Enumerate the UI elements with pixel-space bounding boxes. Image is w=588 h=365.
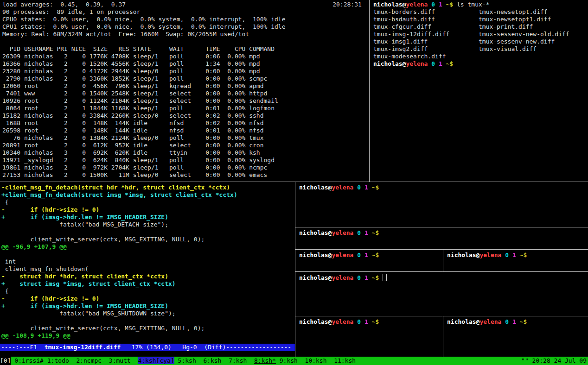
text-run: client_write_server(cctx, MSG_EXITING, N…	[1, 236, 205, 243]
text-run	[368, 184, 372, 191]
terminal-line: 7401 www 2 0 1540K 2548K sleep/1 select …	[2, 90, 371, 97]
window-list: 0:irssi# 1:todo 2:ncmpc- 3:mutt 4:ksh[cy…	[11, 357, 356, 365]
text-run: 1	[364, 252, 368, 258]
window-tab-current[interactable]: 8:ksh*	[254, 357, 276, 364]
terminal-line: {	[1, 288, 295, 295]
text-run: {	[1, 288, 9, 295]
window-tab[interactable]: 1:todo	[47, 357, 77, 364]
top-process-pane[interactable]: load averages: 0.45, 0.39, 0.37 20:28:31…	[0, 0, 371, 182]
terminal-line: {	[1, 199, 295, 206]
terminal-line: -client_msg_fn_detach(struct hdr *hdr, s…	[1, 184, 295, 191]
text-run: nicholas@	[447, 252, 479, 258]
window-tab[interactable]: 4:ksh[cya]	[138, 357, 174, 364]
terminal-line: CPU0 states: 0.0% user, 0.0% nice, 0.0% …	[2, 16, 371, 23]
terminal-line: tmux-bsdauth.diff tmux-newsetopt1.diff	[373, 16, 588, 23]
window-tab[interactable]: 10:ksh	[305, 357, 334, 364]
text-run: @@ -108,9 +119,9 @@	[1, 332, 70, 339]
separator	[174, 357, 178, 364]
text-run: yelena	[479, 252, 501, 258]
text-run: yelena	[332, 318, 353, 325]
terminal-line: nicholas@yelena 0 1 ~$	[299, 229, 588, 237]
text-run: ~$	[520, 252, 527, 258]
tmux-status-bar: [0] 0:irssi# 1:todo 2:ncmpc- 3:mutt 4:ks…	[0, 357, 588, 365]
window-tab[interactable]: 7:ksh	[229, 357, 254, 364]
text-run: ~$	[446, 1, 454, 8]
text-run	[361, 184, 364, 191]
text-run: +client_msg_fn_detach(struct imsg *imsg,…	[1, 191, 237, 198]
terminal-line: nicholas@yelena 0 1 ~$	[447, 252, 588, 259]
text-run: yelena	[332, 274, 353, 281]
text-run: ~$	[372, 229, 379, 236]
text-run	[442, 1, 446, 8]
text-run: 7401 www 2 0 1540K 2548K sleep/1 select …	[2, 90, 267, 97]
text-run: yelena	[406, 1, 428, 8]
terminal-line: 90 processes: 89 idle, 1 on processor	[2, 8, 371, 16]
terminal-line: tmux-imsg1.diff tmux-sessenv-new.diff	[373, 38, 588, 45]
text-run: tmux-imsg2.diff tmux-visual.diff	[373, 45, 537, 52]
terminal-line: 1688 root 2 0 148K 144K idle nfsd 0:02 0…	[2, 120, 371, 127]
terminal-line: nicholas@yelena 0 1 ~$	[299, 252, 447, 259]
text-run: fatalx("bad MSG_SHUTDOWN size");	[1, 310, 176, 317]
window-tab[interactable]: 2:ncmpc-	[76, 357, 109, 364]
emacs-pane[interactable]: -client_msg_fn_detach(struct hdr *hdr, s…	[0, 182, 295, 359]
shell-pane-1[interactable]: nicholas@yelena 0 1 ~$	[295, 182, 588, 229]
text-run: + struct imsg *imsg, struct client_ctx *…	[1, 280, 176, 287]
text-run: PID USERNAME PRI NICE SIZE RES STATE WAI…	[2, 45, 275, 52]
text-run: 17% (134,0) Hg-0 (Diff)-----------------…	[121, 344, 291, 351]
terminal-line: nicholas@yelena 0 1 ~$	[299, 184, 588, 191]
text-run	[368, 229, 372, 236]
text-run: nicholas@	[299, 318, 332, 325]
window-tab[interactable]: 6:ksh	[203, 357, 229, 364]
text-run: 0	[431, 60, 435, 67]
terminal-line: 19861 nicholas 2 0 972K 2704K sleep/1 po…	[2, 164, 371, 171]
text-run	[516, 318, 520, 325]
status-right-clock: "" 20:28 24-Jul-09	[521, 357, 588, 365]
terminal-line: 10340 nicholas 3 0 692K 620K idle ttyin …	[2, 149, 371, 157]
text-run: ~$	[372, 274, 379, 281]
text-run	[435, 1, 439, 8]
window-tab[interactable]: 5:ksh	[178, 357, 204, 364]
shell-pane-4-active[interactable]: nicholas@yelena 0 1 ~$	[295, 272, 588, 318]
text-run: nicholas@	[447, 318, 479, 325]
text-run: 90 processes: 89 idle, 1 on processor	[2, 8, 140, 15]
shell-pane-2[interactable]: nicholas@yelena 0 1 ~$	[295, 227, 588, 251]
shell-pane-5-right[interactable]: nicholas@yelena 0 1 ~$	[443, 316, 588, 359]
text-run: CPU0 states: 0.0% user, 0.0% nice, 0.0% …	[2, 16, 285, 23]
text-run: 10340 nicholas 3 0 692K 620K idle ttyin …	[2, 149, 260, 156]
text-run: ~$	[446, 60, 454, 67]
session-indicator: [0]	[0, 357, 11, 365]
text-run: tmux-imsg1.diff tmux-sessenv-new.diff	[373, 38, 555, 45]
text-run: tmux-modesearch.diff	[373, 53, 446, 60]
text-run: ~$	[372, 318, 379, 325]
terminal-cursor	[383, 274, 387, 281]
text-run: 1	[364, 184, 368, 191]
terminal-line: +client_msg_fn_detach(struct imsg *imsg,…	[1, 191, 295, 199]
terminal-line: 16366 nicholas 2 0 1520K 4556K sleep/1 p…	[2, 60, 371, 68]
text-run: ~$	[520, 318, 527, 325]
shell-pane-3-right[interactable]: nicholas@yelena 0 1 ~$	[443, 250, 588, 273]
text-run: 12060 root 2 0 456K 796K sleep/1 kqread …	[2, 82, 264, 89]
text-run	[361, 274, 364, 281]
text-run: 16366 nicholas 2 0 1520K 4556K sleep/1 p…	[2, 60, 260, 67]
terminal-line: tmux-imsg2.diff tmux-visual.diff	[373, 45, 588, 53]
terminal-line: 26598 root 2 0 148K 144K idle nfsd 0:01 …	[2, 127, 371, 134]
text-run: - struct hdr *hdr, struct client_ctx *cc…	[1, 273, 168, 280]
text-run	[361, 318, 364, 325]
shell-pane-5-left[interactable]: nicholas@yelena 0 1 ~$	[295, 316, 447, 359]
text-run: 1	[512, 318, 516, 325]
text-run: nicholas@	[299, 184, 332, 191]
window-tab[interactable]: 9:ksh	[280, 357, 305, 364]
text-run	[509, 318, 512, 325]
terminal-line	[1, 317, 295, 325]
terminal-line	[2, 38, 371, 45]
terminal-line: 20891 root 2 0 612K 952K idle select 0:0…	[2, 142, 371, 149]
window-tab[interactable]: 11:ksh	[334, 357, 356, 364]
shell-pane-ls[interactable]: nicholas@yelena 0 1 ~$ ls tmux-*tmux-bor…	[370, 0, 588, 182]
text-run: - if (hdr->size != 0)	[1, 206, 99, 213]
terminal-line: - struct hdr *hdr, struct client_ctx *cc…	[1, 273, 295, 280]
window-tab[interactable]: 0:irssi#	[14, 357, 47, 364]
text-run: fatalx("bad MSG_DETACH size");	[1, 221, 168, 228]
text-run: nicholas@	[299, 229, 332, 236]
shell-pane-3-left[interactable]: nicholas@yelena 0 1 ~$	[295, 250, 447, 273]
window-tab[interactable]: 3:mutt	[109, 357, 138, 364]
